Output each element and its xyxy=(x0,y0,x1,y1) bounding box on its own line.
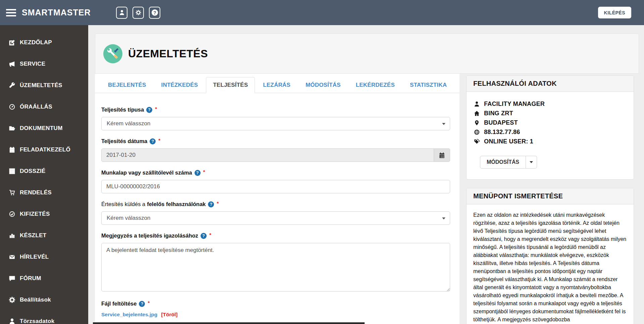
teljesites-datuma-input[interactable] xyxy=(101,148,434,162)
comment-icon xyxy=(9,275,15,282)
chevron-down-icon xyxy=(530,161,533,163)
field-label: Fájl feltöltése xyxy=(101,301,137,307)
page-header: ÜZEMELTETÉS xyxy=(95,34,639,74)
munkalap-szam-input[interactable] xyxy=(101,180,450,193)
folder-icon xyxy=(9,125,15,132)
field-ertesites: Értesítés küldés a felelős felhasználóna… xyxy=(101,201,450,225)
user-icon xyxy=(9,318,15,324)
menu-info-panel: MENÜPONT ISMERTETÉSE Ezen az oldalon az … xyxy=(466,188,634,324)
calendar-button[interactable] xyxy=(434,148,450,162)
tab-statisztika[interactable]: STATISZTIKA xyxy=(403,77,454,93)
sidebar: KEZDŐLAP SERVICE ÜZEMELTETÉS ÓRAÁLLÁS DO… xyxy=(0,25,88,324)
field-megjegyzes: Megjegyzés a teljesítés igazolásához ? *… xyxy=(101,233,450,293)
check-circle-icon xyxy=(9,211,15,217)
sidebar-item-beallitasok[interactable]: Beállítások xyxy=(0,289,88,311)
required-marker: * xyxy=(203,169,205,175)
bar-chart-icon xyxy=(9,232,15,239)
user-data-panel-title: FELHASZNÁLÓI ADATOK xyxy=(467,76,634,92)
home-icon xyxy=(473,110,480,117)
grid-icon xyxy=(9,168,15,175)
tab-lekerdezes[interactable]: LEKÉRDEZÉS xyxy=(349,77,402,93)
user-icon xyxy=(473,101,480,108)
envelope-icon xyxy=(9,254,15,260)
sidebar-item-forum[interactable]: FÓRUM xyxy=(0,268,88,289)
tab-teljesites[interactable]: TELJESÍTÉS xyxy=(206,77,255,93)
sidebar-item-uzemeltetes[interactable]: ÜZEMELTETÉS xyxy=(0,75,88,96)
wrench-icon xyxy=(9,82,15,89)
modify-button[interactable]: MÓDOSÍTÁS xyxy=(480,156,526,169)
required-marker: * xyxy=(158,137,160,143)
sidebar-item-hirlevel[interactable]: HÍRLEVÉL xyxy=(0,246,88,268)
help-icon[interactable]: ? xyxy=(208,201,214,207)
sidebar-item-kezdolap[interactable]: KEZDŐLAP xyxy=(0,32,88,53)
content-card: BEJELENTÉS INTÉZKEDÉS TELJESÍTÉS LEZÁRÁS… xyxy=(95,74,460,324)
map-marker-icon xyxy=(473,120,480,126)
megjegyzes-textarea[interactable]: A bejelentett feladat teljesítése megtör… xyxy=(101,243,450,291)
list-item: BING ZRT xyxy=(473,110,627,117)
topbar: SMARTMASTER ? KILÉPÉS xyxy=(0,0,644,25)
sidebar-item-oraallas[interactable]: ÓRAÁLLÁS xyxy=(0,96,88,118)
tags-icon xyxy=(473,138,480,145)
required-marker: * xyxy=(209,232,211,238)
gear-icon xyxy=(136,10,141,15)
teljesites-tipusa-select[interactable]: Kérem válasszon xyxy=(101,117,450,130)
sidebar-item-service[interactable]: SERVICE xyxy=(0,53,88,75)
modify-split-button: MÓDOSÍTÁS xyxy=(480,156,537,169)
user-data-list: FACILITY MANAGER BING ZRT BUDAPEST 88.13… xyxy=(473,101,627,145)
teljesites-form: Teljesítés típusa ? * Kérem válasszon Te… xyxy=(95,93,460,318)
modify-dropdown-button[interactable] xyxy=(526,156,537,169)
hamburger-menu-icon[interactable] xyxy=(6,9,16,16)
uploaded-file-link[interactable]: Service_bejelentes.jpg xyxy=(101,312,157,317)
megaphone-icon xyxy=(9,61,15,67)
tab-intezkedes[interactable]: INTÉZKEDÉS xyxy=(154,77,205,93)
settings-button[interactable] xyxy=(132,7,144,19)
required-marker: * xyxy=(148,300,150,306)
sidebar-item-keszlet[interactable]: KÉSZLET xyxy=(0,225,88,246)
field-teljesites-datuma: Teljesítés dátuma ? * xyxy=(101,138,450,162)
edit-icon xyxy=(9,39,15,46)
tab-bejelentes[interactable]: BEJELENTÉS xyxy=(101,77,153,93)
chevron-down-icon xyxy=(442,123,445,125)
logout-button[interactable]: KILÉPÉS xyxy=(598,7,631,18)
profile-button[interactable] xyxy=(116,7,127,19)
gear-icon xyxy=(9,297,15,303)
gauge-icon xyxy=(9,104,15,110)
topbar-buttons: ? xyxy=(116,7,160,19)
list-item: ONLINE USER: 1 xyxy=(473,138,627,145)
tools-icon xyxy=(103,44,122,63)
menu-info-text: Ezen az oldalon az intézkedések utáni mu… xyxy=(473,211,627,324)
list-item: BUDAPEST xyxy=(473,119,627,126)
field-label: Megjegyzés a teljesítés igazolásához xyxy=(101,233,198,239)
sidebar-item-kifizetes[interactable]: KIFIZETÉS xyxy=(0,203,88,225)
sidebar-item-torzsadatok[interactable]: Törzsadatok xyxy=(0,311,88,324)
help-icon[interactable]: ? xyxy=(195,170,201,176)
list-item: 88.132.77.86 xyxy=(473,129,627,136)
field-label-prefix: Értesítés küldés a xyxy=(101,201,145,207)
help-icon: ? xyxy=(152,9,158,16)
field-label-bold: felelős felhasználónak xyxy=(147,201,206,207)
globe-icon xyxy=(473,129,480,136)
field-label: Teljesítés típusa xyxy=(101,107,144,113)
sidebar-item-dosszie[interactable]: DOSSZIÉ xyxy=(0,160,88,182)
help-icon[interactable]: ? xyxy=(150,138,156,144)
help-button[interactable]: ? xyxy=(149,7,160,19)
delete-file-button[interactable]: [Töröl] xyxy=(161,312,177,317)
sidebar-item-feladatkezelo[interactable]: FELADATKEZELŐ xyxy=(0,139,88,160)
ertesites-select[interactable]: Kérem válasszon xyxy=(101,211,450,225)
help-icon[interactable]: ? xyxy=(146,107,152,113)
help-icon[interactable]: ? xyxy=(139,301,145,307)
page-title: ÜZEMELTETÉS xyxy=(128,48,208,60)
user-data-panel: FELHASZNÁLÓI ADATOK FACILITY MANAGER BIN… xyxy=(466,75,634,180)
tab-modositas[interactable]: MÓDOSÍTÁS xyxy=(299,77,348,93)
menu-info-panel-title: MENÜPONT ISMERTETÉSE xyxy=(467,188,634,204)
user-icon xyxy=(119,10,125,15)
sidebar-item-dokumentum[interactable]: DOKUMENTUM xyxy=(0,118,88,139)
field-label: Munkalap vagy szállítólevél száma xyxy=(101,170,192,176)
tab-bar: BEJELENTÉS INTÉZKEDÉS TELJESÍTÉS LEZÁRÁS… xyxy=(95,74,460,93)
tab-lezaras[interactable]: LEZÁRÁS xyxy=(256,77,298,93)
cart-icon xyxy=(9,189,15,196)
sidebar-item-rendeles[interactable]: RENDELÉS xyxy=(0,182,88,203)
field-munkalap-szam: Munkalap vagy szállítólevél száma ? * xyxy=(101,170,450,193)
field-fajl-feltoltese: Fájl feltöltése ? * Service_bejelentes.j… xyxy=(101,301,450,318)
help-icon[interactable]: ? xyxy=(201,233,207,239)
